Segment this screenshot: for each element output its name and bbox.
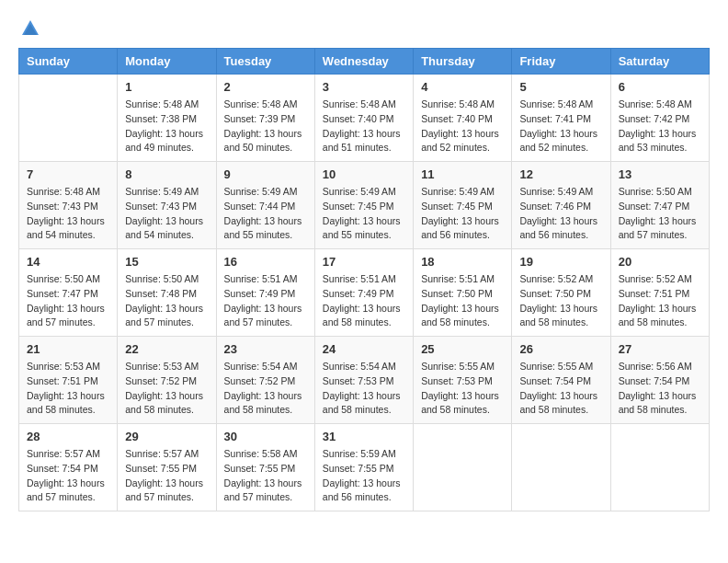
calendar-week-row: 28Sunrise: 5:57 AMSunset: 7:54 PMDayligh… [19,424,710,511]
calendar-cell: 1Sunrise: 5:48 AMSunset: 7:38 PMDaylight… [118,75,216,162]
calendar-cell: 7Sunrise: 5:48 AMSunset: 7:43 PMDaylight… [19,162,118,249]
calendar-cell: 3Sunrise: 5:48 AMSunset: 7:40 PMDaylight… [314,75,413,162]
day-info: Sunrise: 5:56 AMSunset: 7:54 PMDaylight:… [619,360,701,418]
day-info: Sunrise: 5:48 AMSunset: 7:42 PMDaylight:… [619,98,701,155]
calendar-header-saturday: Saturday [610,49,709,75]
page-header [18,18,710,39]
calendar-cell: 26Sunrise: 5:55 AMSunset: 7:54 PMDayligh… [512,337,610,424]
day-number: 10 [323,167,405,181]
day-number: 8 [125,167,208,181]
day-number: 15 [125,255,208,269]
day-info: Sunrise: 5:48 AMSunset: 7:39 PMDaylight:… [224,98,307,155]
calendar-cell: 21Sunrise: 5:53 AMSunset: 7:51 PMDayligh… [19,337,118,424]
day-info: Sunrise: 5:50 AMSunset: 7:48 PMDaylight:… [125,272,208,330]
day-info: Sunrise: 5:57 AMSunset: 7:54 PMDaylight:… [27,447,109,505]
day-info: Sunrise: 5:50 AMSunset: 7:47 PMDaylight:… [27,272,109,330]
calendar-week-row: 1Sunrise: 5:48 AMSunset: 7:38 PMDaylight… [19,75,710,162]
calendar-cell [414,424,512,511]
day-number: 14 [27,255,109,269]
calendar-header-row: SundayMondayTuesdayWednesdayThursdayFrid… [19,49,710,75]
day-number: 5 [519,80,602,94]
logo-icon [20,18,40,39]
calendar-cell: 28Sunrise: 5:57 AMSunset: 7:54 PMDayligh… [19,424,118,511]
day-info: Sunrise: 5:54 AMSunset: 7:53 PMDaylight:… [323,360,405,418]
day-info: Sunrise: 5:51 AMSunset: 7:49 PMDaylight:… [224,272,307,330]
calendar-cell: 10Sunrise: 5:49 AMSunset: 7:45 PMDayligh… [314,162,413,249]
day-number: 1 [125,80,208,94]
day-number: 9 [224,167,307,181]
calendar-cell: 4Sunrise: 5:48 AMSunset: 7:40 PMDaylight… [414,75,512,162]
calendar-header-thursday: Thursday [414,49,512,75]
calendar-cell: 30Sunrise: 5:58 AMSunset: 7:55 PMDayligh… [216,424,314,511]
calendar-cell: 16Sunrise: 5:51 AMSunset: 7:49 PMDayligh… [216,249,314,337]
day-number: 19 [519,255,602,269]
day-info: Sunrise: 5:55 AMSunset: 7:54 PMDaylight:… [519,360,602,418]
day-number: 12 [519,167,602,181]
calendar-header-sunday: Sunday [19,49,118,75]
day-number: 4 [421,80,504,94]
day-number: 29 [125,430,208,443]
calendar-cell [610,424,709,511]
calendar-header-friday: Friday [512,49,610,75]
day-number: 26 [519,342,602,356]
day-info: Sunrise: 5:53 AMSunset: 7:52 PMDaylight:… [125,360,208,418]
day-number: 24 [323,342,405,356]
calendar-week-row: 14Sunrise: 5:50 AMSunset: 7:47 PMDayligh… [19,249,710,337]
day-info: Sunrise: 5:52 AMSunset: 7:50 PMDaylight:… [519,272,602,330]
calendar-cell: 11Sunrise: 5:49 AMSunset: 7:45 PMDayligh… [414,162,512,249]
calendar-cell: 29Sunrise: 5:57 AMSunset: 7:55 PMDayligh… [118,424,216,511]
calendar-table: SundayMondayTuesdayWednesdayThursdayFrid… [18,48,710,511]
day-info: Sunrise: 5:48 AMSunset: 7:41 PMDaylight:… [519,98,602,155]
calendar-cell: 9Sunrise: 5:49 AMSunset: 7:44 PMDaylight… [216,162,314,249]
day-number: 31 [323,430,405,443]
day-number: 2 [224,80,307,94]
calendar-cell: 27Sunrise: 5:56 AMSunset: 7:54 PMDayligh… [610,337,709,424]
calendar-cell: 23Sunrise: 5:54 AMSunset: 7:52 PMDayligh… [216,337,314,424]
calendar-cell: 18Sunrise: 5:51 AMSunset: 7:50 PMDayligh… [414,249,512,337]
day-number: 13 [619,167,701,181]
day-info: Sunrise: 5:48 AMSunset: 7:43 PMDaylight:… [27,185,109,243]
day-info: Sunrise: 5:59 AMSunset: 7:55 PMDaylight:… [323,447,405,505]
day-info: Sunrise: 5:53 AMSunset: 7:51 PMDaylight:… [27,360,109,418]
day-info: Sunrise: 5:54 AMSunset: 7:52 PMDaylight:… [224,360,307,418]
day-number: 16 [224,255,307,269]
day-number: 30 [224,430,307,443]
day-info: Sunrise: 5:49 AMSunset: 7:46 PMDaylight:… [519,185,602,243]
calendar-cell: 8Sunrise: 5:49 AMSunset: 7:43 PMDaylight… [118,162,216,249]
calendar-cell: 19Sunrise: 5:52 AMSunset: 7:50 PMDayligh… [512,249,610,337]
day-info: Sunrise: 5:48 AMSunset: 7:40 PMDaylight:… [421,98,504,155]
day-info: Sunrise: 5:49 AMSunset: 7:45 PMDaylight:… [323,185,405,243]
calendar-cell: 17Sunrise: 5:51 AMSunset: 7:49 PMDayligh… [314,249,413,337]
calendar-cell: 14Sunrise: 5:50 AMSunset: 7:47 PMDayligh… [19,249,118,337]
calendar-week-row: 21Sunrise: 5:53 AMSunset: 7:51 PMDayligh… [19,337,710,424]
logo [18,18,40,39]
day-info: Sunrise: 5:48 AMSunset: 7:40 PMDaylight:… [323,98,405,155]
calendar-cell [19,75,118,162]
calendar-cell: 5Sunrise: 5:48 AMSunset: 7:41 PMDaylight… [512,75,610,162]
day-info: Sunrise: 5:52 AMSunset: 7:51 PMDaylight:… [619,272,701,330]
calendar-cell: 12Sunrise: 5:49 AMSunset: 7:46 PMDayligh… [512,162,610,249]
day-number: 20 [619,255,701,269]
day-number: 17 [323,255,405,269]
day-info: Sunrise: 5:49 AMSunset: 7:43 PMDaylight:… [125,185,208,243]
day-info: Sunrise: 5:51 AMSunset: 7:49 PMDaylight:… [323,272,405,330]
calendar-cell: 6Sunrise: 5:48 AMSunset: 7:42 PMDaylight… [610,75,709,162]
day-number: 23 [224,342,307,356]
calendar-cell: 13Sunrise: 5:50 AMSunset: 7:47 PMDayligh… [610,162,709,249]
calendar-cell [512,424,610,511]
calendar-header-monday: Monday [118,49,216,75]
day-info: Sunrise: 5:50 AMSunset: 7:47 PMDaylight:… [619,185,701,243]
day-info: Sunrise: 5:51 AMSunset: 7:50 PMDaylight:… [421,272,504,330]
day-info: Sunrise: 5:49 AMSunset: 7:44 PMDaylight:… [224,185,307,243]
day-number: 18 [421,255,504,269]
calendar-header-wednesday: Wednesday [314,49,413,75]
day-number: 3 [323,80,405,94]
day-info: Sunrise: 5:48 AMSunset: 7:38 PMDaylight:… [125,98,208,155]
calendar-cell: 15Sunrise: 5:50 AMSunset: 7:48 PMDayligh… [118,249,216,337]
day-number: 22 [125,342,208,356]
day-info: Sunrise: 5:49 AMSunset: 7:45 PMDaylight:… [421,185,504,243]
day-info: Sunrise: 5:57 AMSunset: 7:55 PMDaylight:… [125,447,208,505]
calendar-header-tuesday: Tuesday [216,49,314,75]
calendar-cell: 2Sunrise: 5:48 AMSunset: 7:39 PMDaylight… [216,75,314,162]
day-number: 25 [421,342,504,356]
